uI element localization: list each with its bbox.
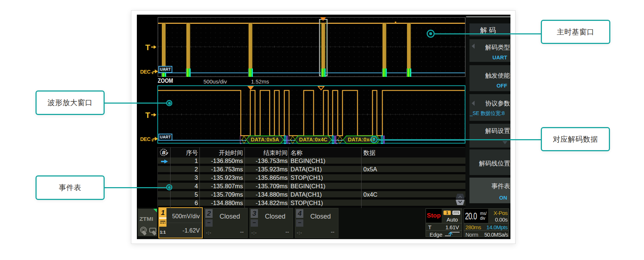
svg-text:B: B [162,150,165,155]
